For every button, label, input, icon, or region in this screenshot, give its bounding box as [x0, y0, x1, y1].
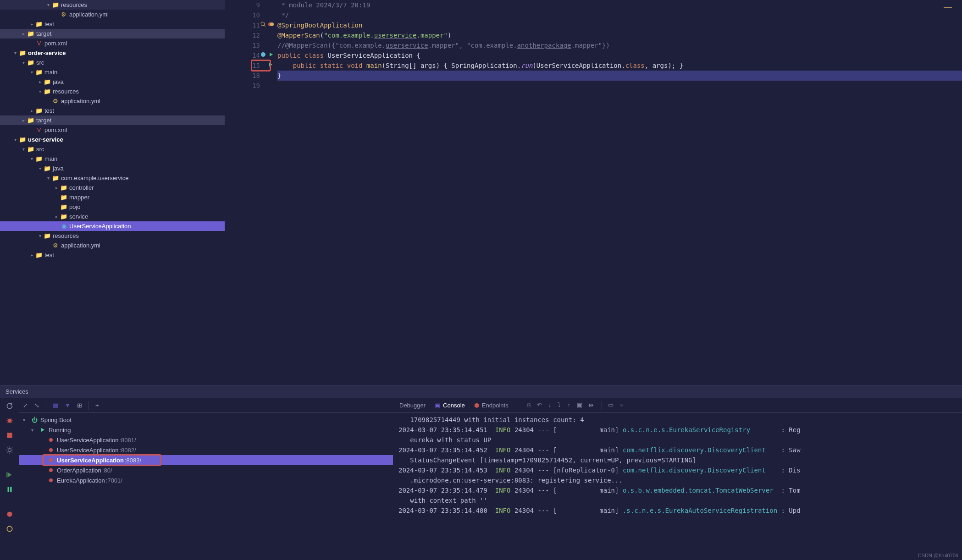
undo-icon[interactable]: ↶ — [537, 401, 542, 410]
svg-point-6 — [8, 449, 11, 452]
svg-rect-8 — [8, 487, 9, 492]
add-icon[interactable]: + — [95, 402, 99, 409]
console-toolbar: Debugger ▣Console ⬢Endpoints ⎘ ↶ ↓ ⤵ ↑ ▣… — [393, 398, 962, 413]
tree-item[interactable]: ▸📁target — [0, 29, 225, 38]
watermark: CSDN @hrui0706 — [918, 553, 958, 558]
tree-item[interactable]: ▸📁service — [0, 212, 225, 221]
down-icon[interactable]: ↓ — [548, 401, 552, 410]
expand-all-icon[interactable]: ⤢ — [23, 402, 28, 409]
services-toolbar: ⤢ ⤡ ▦ ▼ ⊞ + — [19, 398, 393, 413]
bug-icon[interactable] — [6, 417, 14, 425]
services-right-panel: Debugger ▣Console ⬢Endpoints ⎘ ↶ ↓ ⤵ ↑ ▣… — [393, 398, 962, 560]
step-icon[interactable]: ⤵ — [558, 401, 561, 410]
console-output[interactable]: 1709825714449 with initial instances cou… — [393, 413, 962, 560]
collapse-all-icon[interactable]: ⤡ — [34, 402, 39, 409]
tree-item[interactable]: ◉UserServiceApplication — [0, 221, 225, 231]
svg-rect-5 — [7, 433, 12, 438]
new-icon[interactable]: ⊞ — [77, 402, 82, 409]
tree-item[interactable]: ▾📁resources — [0, 0, 225, 10]
services-sidebar — [0, 398, 19, 560]
skip-icon[interactable]: ⏭ — [589, 401, 595, 410]
running-node[interactable]: ▾Running — [19, 425, 393, 435]
svg-rect-7 — [6, 472, 7, 477]
tree-item[interactable]: ▾📁src — [0, 144, 225, 154]
tree-item[interactable]: ▾📁resources — [0, 87, 225, 96]
tree-item[interactable]: Vpom.xml — [0, 125, 225, 135]
editor-gutter: 91011121314151819 — [225, 0, 264, 385]
svg-point-11 — [7, 526, 12, 531]
eval-icon[interactable]: ▭ — [608, 401, 614, 410]
breakpoint-icon[interactable] — [6, 510, 14, 518]
svg-point-10 — [7, 511, 12, 516]
code-editor[interactable]: 91011121314151819 * module 2024/3/7 20:1… — [225, 0, 962, 385]
tab-endpoints[interactable]: ⬢Endpoints — [474, 402, 509, 409]
tree-item[interactable]: ▾📁main — [0, 154, 225, 164]
tree-item[interactable]: ▸📁test — [0, 19, 225, 29]
project-tree[interactable]: ▾📁resources⚙application.yml▸📁test▸📁targe… — [0, 0, 225, 385]
tree-item[interactable]: ▸📁controller — [0, 183, 225, 192]
tree-item[interactable]: ▸📁target — [0, 115, 225, 125]
tab-console[interactable]: ▣Console — [435, 402, 465, 409]
run-gutter-highlight-box — [251, 60, 271, 71]
services-header[interactable]: Services — [0, 385, 962, 398]
tree-item[interactable]: ⚙application.yml — [0, 241, 225, 250]
tree-item[interactable]: ▸📁test — [0, 250, 225, 260]
run-config-item[interactable]: UserServiceApplication:8083/ — [19, 455, 393, 465]
tree-item[interactable]: ▾📁order-service — [0, 48, 225, 58]
grid-icon[interactable]: ▦ — [53, 402, 58, 409]
run-config-item[interactable]: UserServiceApplication:8081/ — [19, 435, 393, 445]
services-panel: Services ⤢ ⤡ ▦ ▼ ⊞ + ▾⏻Spr — [0, 385, 962, 560]
circle-icon[interactable] — [6, 525, 14, 533]
list-icon[interactable]: ≡ — [620, 401, 624, 410]
tree-item[interactable]: ▾📁resources — [0, 231, 225, 241]
tree-item[interactable]: ▾📁src — [0, 58, 225, 67]
frame-icon[interactable]: ▣ — [577, 401, 582, 410]
run-config-item[interactable]: EurekaApplication:7001/ — [19, 475, 393, 485]
stop-icon[interactable] — [6, 431, 14, 439]
run-config-item[interactable]: OrderApplication:80/ — [19, 465, 393, 475]
tree-item[interactable]: ▾📁java — [0, 164, 225, 173]
main-layout: ▾📁resources⚙application.yml▸📁test▸📁targe… — [0, 0, 962, 385]
services-body: ⤢ ⤡ ▦ ▼ ⊞ + ▾⏻Spring Boot▾RunningUserSer… — [0, 398, 962, 560]
up-icon[interactable]: ↑ — [567, 401, 570, 410]
editor-code[interactable]: * module 2024/3/7 20:19 */@SpringBootApp… — [264, 0, 962, 385]
tree-item[interactable]: 📁pojo — [0, 202, 225, 212]
copy-icon[interactable]: ⎘ — [527, 401, 531, 410]
tree-item[interactable]: ⚙application.yml — [0, 10, 225, 19]
tree-item[interactable]: Vpom.xml — [0, 38, 225, 48]
pause-icon[interactable] — [6, 485, 14, 494]
rerun-icon[interactable] — [6, 402, 14, 410]
run-configurations-tree[interactable]: ▾⏻Spring Boot▾RunningUserServiceApplicat… — [19, 413, 393, 560]
svg-rect-9 — [10, 487, 11, 492]
run-config-item[interactable]: UserServiceApplication:8082/ — [19, 445, 393, 455]
resume-icon[interactable] — [6, 471, 14, 479]
services-left-panel: ⤢ ⤡ ▦ ▼ ⊞ + ▾⏻Spring Boot▾RunningUserSer… — [19, 398, 393, 560]
selected-run-highlight-box — [42, 454, 161, 466]
spring-boot-node[interactable]: ▾⏻Spring Boot — [19, 415, 393, 425]
tree-item[interactable]: ▸📁java — [0, 77, 225, 87]
tree-item[interactable]: ▸📁test — [0, 106, 225, 115]
tree-item[interactable]: ⚙application.yml — [0, 96, 225, 106]
tree-item[interactable]: ▾📁com.example.userservice — [0, 173, 225, 183]
settings-icon[interactable] — [6, 446, 14, 454]
filter-icon[interactable]: ▼ — [65, 402, 71, 409]
tab-debugger[interactable]: Debugger — [399, 402, 426, 409]
tree-item[interactable]: 📁mapper — [0, 192, 225, 202]
tree-item[interactable]: ▾📁user-service — [0, 135, 225, 144]
minimize-icon[interactable]: — — [944, 3, 952, 12]
tree-item[interactable]: ▾📁main — [0, 67, 225, 77]
